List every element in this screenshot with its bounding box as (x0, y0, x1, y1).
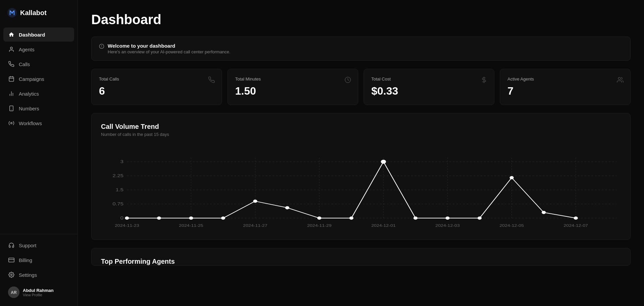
logo-text: Kallabot (20, 9, 47, 17)
sidebar-item-agents[interactable]: Agents (3, 42, 74, 56)
stat-value-calls: 6 (99, 85, 214, 97)
stat-value-agents: 7 (507, 85, 623, 97)
user-sub: View Profile (23, 293, 54, 297)
stat-icon-cost (481, 76, 487, 85)
top-agents-title: Top Performing Agents (92, 248, 630, 265)
svg-text:2024-12-07: 2024-12-07 (564, 223, 588, 227)
svg-point-49 (125, 217, 128, 219)
sidebar-item-dashboard-label: Dashboard (19, 32, 45, 38)
sidebar-item-support[interactable]: Support (3, 238, 74, 252)
svg-text:0.75: 0.75 (113, 201, 124, 206)
stat-icon-agents (617, 76, 624, 85)
phone-icon (8, 61, 15, 67)
smartphone-icon (8, 105, 15, 112)
stats-grid: Total Calls 6 Total Minutes 1.50 Total C… (91, 69, 631, 105)
welcome-banner: Welcome to your dashboard Here's an over… (91, 37, 631, 61)
sidebar-item-dashboard[interactable]: Dashboard (3, 28, 74, 42)
svg-text:2024-11-23: 2024-11-23 (115, 223, 139, 227)
stat-value-minutes: 1.50 (235, 85, 351, 97)
svg-rect-13 (9, 258, 14, 262)
sidebar-item-settings[interactable]: Settings (3, 268, 74, 282)
sidebar: Kallabot Dashboard Agents Calls (0, 0, 78, 306)
info-icon (99, 44, 104, 50)
logo[interactable]: Kallabot (0, 0, 77, 28)
chart-card: Call Volume Trend Number of calls in the… (91, 113, 631, 240)
welcome-text: Welcome to your dashboard Here's an over… (108, 43, 230, 54)
sidebar-item-campaigns-label: Campaigns (19, 76, 44, 82)
svg-text:1.5: 1.5 (116, 187, 123, 192)
svg-point-1 (11, 12, 13, 14)
svg-text:2024-11-27: 2024-11-27 (243, 223, 268, 227)
user-info: Abdul Rahman View Profile (23, 288, 54, 297)
svg-point-53 (254, 200, 257, 203)
svg-point-58 (414, 217, 417, 219)
stat-card-total-calls: Total Calls 6 (91, 69, 222, 105)
sidebar-item-analytics[interactable]: Analytics (3, 87, 74, 101)
svg-point-60 (478, 217, 481, 219)
svg-point-55 (318, 217, 321, 219)
svg-point-63 (574, 217, 578, 219)
stat-value-cost: $0.33 (371, 85, 487, 97)
sidebar-item-analytics-label: Analytics (19, 91, 39, 97)
svg-text:AR: AR (11, 290, 17, 295)
stat-label-cost: Total Cost (371, 76, 487, 82)
svg-text:3: 3 (120, 159, 123, 164)
sidebar-item-calls-label: Calls (19, 61, 30, 67)
svg-text:2024-12-03: 2024-12-03 (435, 223, 460, 227)
svg-point-12 (11, 122, 12, 124)
workflows-icon (8, 120, 15, 126)
stat-icon-minutes (344, 76, 351, 85)
svg-point-57 (381, 160, 386, 163)
avatar: AR (8, 287, 19, 298)
stat-card-total-minutes: Total Minutes 1.50 (227, 69, 358, 105)
svg-point-50 (157, 217, 161, 219)
user-profile[interactable]: AR Abdul Rahman View Profile (3, 283, 74, 302)
sidebar-bottom: Support Billing Settings AR Abdul Rahman (0, 234, 77, 306)
stat-card-total-cost: Total Cost $0.33 (364, 69, 494, 105)
main-content: Dashboard Welcome to your dashboard Here… (78, 0, 644, 306)
svg-text:0: 0 (120, 215, 123, 220)
headphones-icon (8, 242, 15, 249)
welcome-subtitle: Here's an overview of your AI-powered ca… (108, 49, 230, 54)
sidebar-item-billing[interactable]: Billing (3, 253, 74, 267)
stat-card-active-agents: Active Agents 7 (500, 69, 631, 105)
svg-text:2.25: 2.25 (113, 173, 124, 178)
svg-text:2024-11-25: 2024-11-25 (179, 223, 203, 227)
chart-container: 0 0.75 1.5 2.25 3 2024-11-23 2024-11-25 … (101, 144, 621, 232)
svg-point-54 (285, 206, 289, 209)
stat-label-calls: Total Calls (99, 76, 214, 82)
svg-text:2024-12-01: 2024-12-01 (371, 223, 396, 227)
svg-point-15 (11, 274, 12, 276)
stat-label-minutes: Total Minutes (235, 76, 351, 82)
svg-point-51 (190, 217, 193, 219)
sidebar-item-workflows-label: Workflows (19, 120, 42, 126)
stat-icon-calls (208, 76, 215, 85)
settings-icon (8, 271, 15, 278)
sidebar-item-numbers-label: Numbers (19, 106, 39, 111)
calendar-icon (8, 75, 15, 82)
user-icon (8, 46, 15, 53)
stat-label-agents: Active Agents (507, 76, 623, 82)
bar-chart-icon (8, 90, 15, 97)
sidebar-item-settings-label: Settings (19, 272, 37, 278)
sidebar-item-support-label: Support (19, 243, 37, 248)
sidebar-item-campaigns[interactable]: Campaigns (3, 72, 74, 86)
sidebar-item-billing-label: Billing (19, 257, 32, 263)
svg-point-56 (350, 217, 353, 219)
sidebar-item-workflows[interactable]: Workflows (3, 116, 74, 130)
svg-text:2024-11-29: 2024-11-29 (307, 223, 332, 227)
svg-point-2 (10, 47, 12, 49)
kallabot-logo-icon (7, 7, 17, 18)
top-agents-card: Top Performing Agents (91, 248, 631, 266)
svg-text:2024-12-05: 2024-12-05 (499, 223, 524, 227)
svg-point-52 (221, 217, 225, 219)
svg-point-23 (618, 78, 621, 80)
chart-svg: 0 0.75 1.5 2.25 3 2024-11-23 2024-11-25 … (101, 144, 621, 232)
sidebar-item-calls[interactable]: Calls (3, 57, 74, 71)
welcome-title: Welcome to your dashboard (108, 43, 230, 49)
sidebar-item-numbers[interactable]: Numbers (3, 101, 74, 115)
svg-rect-3 (9, 77, 14, 82)
svg-point-61 (510, 176, 513, 179)
main-nav: Dashboard Agents Calls Campaigns (0, 28, 77, 234)
user-name: Abdul Rahman (23, 288, 54, 293)
